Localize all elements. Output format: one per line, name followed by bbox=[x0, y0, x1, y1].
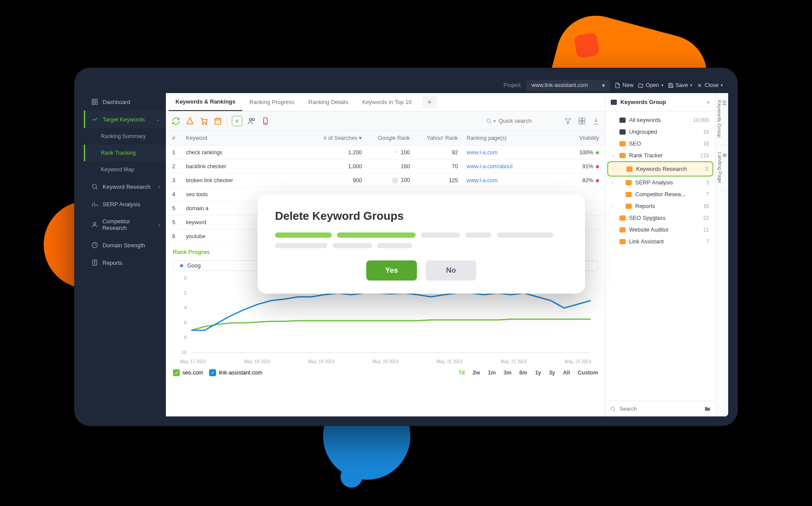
svg-rect-18 bbox=[579, 121, 581, 124]
search-icon bbox=[486, 118, 492, 124]
document-icon bbox=[91, 259, 98, 266]
legend-seo[interactable]: ✓seo.com bbox=[173, 369, 203, 376]
tabs: Keywords & Rankings Ranking Progress Ran… bbox=[166, 93, 605, 111]
col-keyword[interactable]: Keyword bbox=[182, 135, 305, 141]
open-button[interactable]: Open▾ bbox=[638, 82, 664, 88]
tab-keywords-rankings[interactable]: Keywords & Rankings bbox=[169, 93, 242, 111]
col-ranking-pages[interactable]: Ranking page(s) bbox=[462, 135, 557, 141]
kwg-item[interactable]: Ungrouped16 bbox=[607, 126, 713, 138]
col-searches[interactable]: # of Searches ▾ bbox=[305, 135, 366, 141]
kwg-item[interactable]: SEO16 bbox=[607, 138, 713, 149]
table-row[interactable]: 2backlink checker1,00016070www.l-a.com/a… bbox=[166, 159, 605, 173]
kwg-item[interactable]: Competitor Resea...7 bbox=[607, 188, 713, 200]
sidebar-item-dashboard[interactable]: Dashboard bbox=[84, 93, 166, 111]
kwg-item[interactable]: ›SERP Analysis3 bbox=[607, 177, 713, 188]
filter-icon[interactable] bbox=[564, 117, 572, 125]
tab-keywords-top10[interactable]: Keywords in Top 10 bbox=[355, 93, 419, 111]
sidebar-item-target-keywords[interactable]: Target Keywords ⌄ bbox=[84, 111, 166, 128]
close-icon bbox=[697, 83, 702, 88]
yes-button[interactable]: Yes bbox=[366, 260, 417, 281]
tab-add-button[interactable]: + bbox=[422, 96, 437, 108]
sidebar-item-domain-strength[interactable]: Domain Strength bbox=[84, 236, 166, 254]
kwg-item[interactable]: SEO Spyglass22 bbox=[607, 212, 713, 224]
topbar: Project: www.link-assistant.com ▾ New Op… bbox=[84, 77, 728, 93]
svg-rect-0 bbox=[92, 99, 94, 101]
kwg-item[interactable]: Link Assistant7 bbox=[607, 236, 713, 247]
device-icon[interactable] bbox=[261, 116, 270, 126]
refresh-icon[interactable] bbox=[171, 116, 181, 126]
table-row[interactable]: 1check rankings1,20010092www.l-a.com100% bbox=[166, 146, 605, 159]
kwg-item[interactable]: ›Reports16 bbox=[607, 200, 713, 212]
users-icon[interactable] bbox=[247, 116, 256, 126]
svg-point-9 bbox=[206, 123, 207, 125]
google-icon bbox=[179, 263, 185, 269]
chevron-down-icon: ▾ bbox=[661, 83, 664, 87]
folder-add-icon[interactable] bbox=[704, 406, 711, 412]
dashboard-icon bbox=[91, 98, 98, 105]
col-google-rank[interactable]: Google Rank bbox=[366, 135, 414, 141]
kwg-item[interactable]: ›Keywords Research3 bbox=[607, 161, 713, 177]
table-row[interactable]: 3broken link checker900100125www.l-a.com… bbox=[166, 173, 605, 187]
calendar-icon[interactable] bbox=[213, 116, 223, 126]
tab-ranking-details[interactable]: Ranking Details bbox=[302, 93, 355, 111]
kwg-item[interactable]: ⌄Rank Tracker215 bbox=[607, 149, 713, 161]
close-button[interactable]: Close▾ bbox=[697, 82, 723, 88]
col-visibility[interactable]: Visibility bbox=[557, 135, 605, 141]
file-icon bbox=[615, 83, 620, 88]
keywords-group-panel: Keywords Group » All keywords10,000Ungro… bbox=[605, 93, 715, 416]
quick-search-input[interactable] bbox=[499, 118, 560, 124]
sidebar-item-keyword-research[interactable]: Keyword Research › bbox=[84, 178, 166, 195]
range-1m[interactable]: 1m bbox=[488, 370, 495, 376]
kwg-item[interactable]: All keywords10,000 bbox=[607, 114, 713, 126]
svg-text:10: 10 bbox=[181, 350, 187, 355]
range-6m[interactable]: 6m bbox=[520, 370, 527, 376]
sidebar: Dashboard Target Keywords ⌄ Ranking Summ… bbox=[84, 93, 166, 416]
collapse-icon[interactable]: » bbox=[707, 99, 710, 105]
range-All[interactable]: All bbox=[563, 370, 570, 376]
cart-icon[interactable] bbox=[199, 116, 209, 126]
tab-ranking-progress[interactable]: Ranking Progress bbox=[242, 93, 301, 111]
range-7d[interactable]: 7d bbox=[458, 370, 465, 376]
bar-chart-icon bbox=[91, 201, 98, 208]
project-value: www.link-assistant.com bbox=[532, 82, 588, 88]
svg-rect-1 bbox=[95, 99, 97, 101]
range-3y[interactable]: 3y bbox=[549, 370, 555, 376]
svg-point-5 bbox=[93, 222, 96, 225]
sidebar-item-competitor-research[interactable]: Competitor Research › bbox=[84, 213, 166, 236]
search-dropdown[interactable]: ▾ bbox=[486, 118, 496, 124]
save-icon bbox=[668, 83, 674, 88]
range-Custom[interactable]: Custom bbox=[578, 370, 598, 376]
svg-rect-2 bbox=[92, 102, 94, 104]
sidebar-sub-keyword-map[interactable]: Keyword Map bbox=[84, 161, 166, 178]
grid-icon[interactable] bbox=[578, 117, 586, 125]
folder-open-icon bbox=[638, 83, 643, 88]
svg-text:4: 4 bbox=[184, 305, 187, 310]
legend-link-assistant[interactable]: ✓link-assistant.com bbox=[209, 369, 262, 376]
save-button[interactable]: Save▾ bbox=[668, 82, 693, 88]
side-tab-kwg[interactable]: ☰ Keywords Group bbox=[714, 93, 728, 145]
project-selector[interactable]: www.link-assistant.com ▾ bbox=[526, 80, 610, 91]
sidebar-item-serp-analysis[interactable]: SERP Analysis bbox=[84, 195, 166, 213]
range-1y[interactable]: 1y bbox=[535, 370, 541, 376]
range-2w[interactable]: 2w bbox=[473, 370, 480, 376]
kwg-item[interactable]: Website Auditor11 bbox=[607, 224, 713, 236]
search-icon bbox=[610, 406, 616, 412]
new-button[interactable]: New bbox=[615, 82, 633, 88]
sidebar-sub-rank-tracking[interactable]: Rank Tracking bbox=[84, 145, 166, 161]
range-3m[interactable]: 3m bbox=[504, 370, 512, 376]
kwg-search-input[interactable] bbox=[619, 406, 700, 412]
flask-icon[interactable] bbox=[185, 116, 195, 126]
side-tab-landing-page[interactable]: ⊕ Landing Page bbox=[715, 145, 729, 191]
no-button[interactable]: No bbox=[426, 260, 476, 281]
col-index[interactable]: # bbox=[166, 135, 182, 141]
add-button[interactable]: + bbox=[232, 116, 242, 126]
svg-point-15 bbox=[487, 119, 490, 122]
download-icon[interactable] bbox=[592, 117, 600, 125]
svg-rect-3 bbox=[95, 102, 97, 104]
col-yahoo-rank[interactable]: Yahoo! Rank bbox=[414, 135, 462, 141]
sidebar-item-reports[interactable]: Reports bbox=[84, 254, 166, 271]
sidebar-sub-ranking-summary[interactable]: Ranking Summary bbox=[84, 128, 166, 145]
chevron-right-icon: › bbox=[158, 184, 160, 189]
svg-text:2: 2 bbox=[184, 291, 187, 295]
svg-point-12 bbox=[252, 118, 255, 121]
